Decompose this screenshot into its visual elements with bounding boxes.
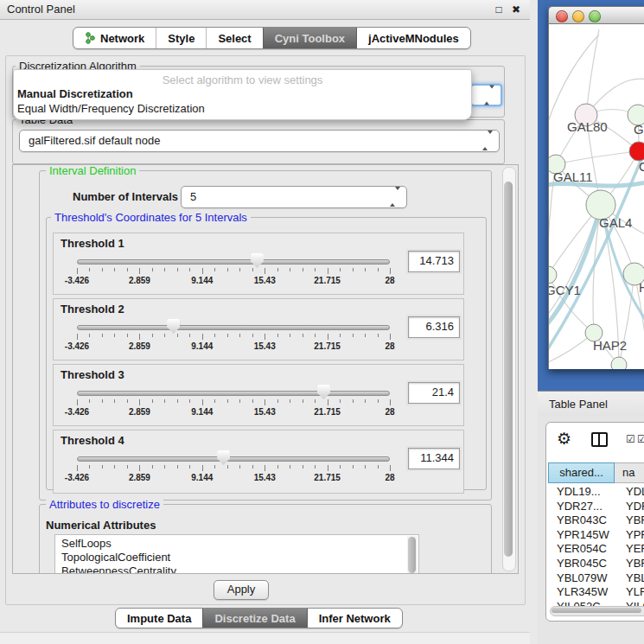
algorithm-combobox[interactable] [470,84,502,106]
table-header-row: shared... na [548,462,644,483]
table-row[interactable]: YPR145WYPR1 [548,528,644,543]
window-minimize-button[interactable] [572,10,584,22]
slider-thumb[interactable] [217,450,230,465]
number-of-intervals-label: Number of Intervals [73,190,178,203]
threshold-title: Threshold 1 [61,237,124,250]
tab-label: Network [100,32,144,45]
network-node-label: GAL4 [599,215,632,230]
slider-tick-labels: -3.4262.8599.14415.4321.71528 [77,341,390,352]
tab-network[interactable]: Network [73,28,156,48]
algorithm-dropdown-popup: Select algorithm to view settings Manual… [13,69,472,120]
interval-definition-title: Interval Definition [46,164,139,177]
apply-button[interactable]: Apply [214,580,269,600]
tab-style[interactable]: Style [156,28,206,48]
threshold-slider[interactable]: -3.4262.8599.14415.4321.71528 [77,391,390,418]
table-row[interactable]: YDL19...YDL1 [548,485,644,500]
tab-label: Style [168,32,194,45]
cell-shared-name: YLR345W [548,585,615,600]
slider-tick-labels: -3.4262.8599.14415.4321.71528 [77,407,390,418]
threshold-value-field[interactable]: 14.713 [408,251,460,272]
threshold-panel: Threshold 2-3.4262.8599.14415.4321.71528… [53,298,464,360]
tab-label: Select [218,32,251,45]
checkbox-icon[interactable]: ☑ [626,433,635,445]
table-data-combobox[interactable]: galFiltered.sif default node [19,130,500,152]
threshold-value-field[interactable]: 6.316 [408,316,460,338]
cell-shared-name: YBR043C [548,513,615,528]
attributes-title: Attributes to discretize [46,498,163,511]
tab-jactivemnodules[interactable]: jActiveMNodules [356,28,470,48]
table-row[interactable]: YIL052CYIL0 [548,600,644,606]
slider-track[interactable] [77,391,390,396]
network-window-titlebar[interactable] [548,6,644,24]
attribute-item[interactable]: BetweennessCentrality [55,564,418,574]
cell-shared-name: YIL052C [548,600,615,606]
gear-icon[interactable]: ⚙ [557,429,571,449]
slider-tick-labels: -3.4262.8599.14415.4321.71528 [77,473,390,483]
slider-thumb[interactable] [317,385,330,399]
column-header-name[interactable]: na [615,462,644,483]
close-panel-icon[interactable]: ✖ [509,0,523,19]
algorithm-option[interactable]: Equal Width/Frequency Discretization [14,101,471,116]
table-toolbar: ⚙ ☑ ☑ [546,426,644,452]
table-row[interactable]: YBR043CYBR0 [548,513,644,528]
attributes-scrollbar[interactable] [407,536,418,574]
number-of-intervals-combobox[interactable]: 5 [181,186,407,208]
network-edge[interactable] [556,151,639,164]
attribute-item[interactable]: SelfLoops [55,537,418,551]
table-row[interactable]: YER054CYER0 [548,542,644,557]
columns-icon[interactable] [591,432,608,447]
table-row[interactable]: YLR345WYLR3 [548,585,644,600]
bottom-tab-bar: Impute DataDiscretize DataInfer Network [115,608,403,628]
panel-scrollbar-thumb[interactable] [504,182,513,557]
window-close-button[interactable] [556,10,568,22]
cell-name: YDL1 [615,485,644,500]
slider-track[interactable] [77,325,390,330]
slider-ticks [77,399,390,406]
tab-label: Discretize Data [214,612,295,625]
network-node[interactable] [611,357,627,369]
threshold-value-field[interactable]: 11.344 [408,448,460,469]
tab-infer-network[interactable]: Infer Network [307,609,402,628]
cell-shared-name: YPR145W [548,528,615,543]
attributes-scrollbar-thumb[interactable] [408,537,416,573]
slider-thumb[interactable] [167,319,180,334]
slider-track[interactable] [77,259,390,265]
threshold-title: Threshold 3 [61,368,124,381]
threshold-value-field[interactable]: 21.4 [408,382,460,404]
slider-track[interactable] [77,456,390,462]
tab-impute-data[interactable]: Impute Data [116,609,202,628]
cell-name: YLR3 [615,585,644,600]
column-header-shared-name[interactable]: shared... [548,462,615,483]
window-zoom-button[interactable] [589,10,601,22]
table-scrollbar-thumb[interactable] [552,608,641,613]
attribute-item[interactable]: TopologicalCoefficient [55,551,418,564]
float-window-icon[interactable]: □ [492,0,506,19]
network-node-gcy1[interactable] [549,266,557,284]
network-node-c[interactable] [629,142,644,161]
checkbox-icon[interactable]: ☑ [637,433,644,445]
threshold-slider[interactable]: -3.4262.8599.14415.4321.71528 [77,325,390,352]
network-node-label: C [639,159,644,174]
table-panel-header: Table Panel [538,391,644,417]
network-canvas[interactable]: GAL80GCGAL11GAL4GCY1HHAP2 [548,24,644,369]
network-window: GAL80GCGAL11GAL4GCY1HHAP2 [548,6,644,369]
tab-select[interactable]: Select [206,28,262,48]
tab-label: jActiveMNodules [368,32,459,45]
slider-thumb[interactable] [251,253,264,268]
table-row[interactable]: YDR27...YDR2 [548,500,644,514]
threshold-slider[interactable]: -3.4262.8599.14415.4321.71528 [77,259,390,286]
threshold-slider[interactable]: -3.4262.8599.14415.4321.71528 [77,456,390,483]
tab-label: Impute Data [127,612,191,625]
network-node-label: H [639,280,644,295]
tab-label: Infer Network [319,612,391,625]
panel-scrollbar[interactable] [502,167,516,571]
tab-discretize-data[interactable]: Discretize Data [202,609,306,628]
slider-ticks [77,465,390,472]
network-node-label: HAP2 [593,338,627,353]
table-horizontal-scrollbar[interactable] [550,606,644,616]
table-row[interactable]: YBL079WYBL0 [548,571,644,586]
algorithm-option[interactable]: Manual Discretization [14,86,471,101]
table-row[interactable]: YBR045CYBR0 [548,557,644,571]
network-node-label: GCY1 [549,283,581,297]
tab-cyni-toolbox[interactable]: Cyni Toolbox [263,28,356,48]
